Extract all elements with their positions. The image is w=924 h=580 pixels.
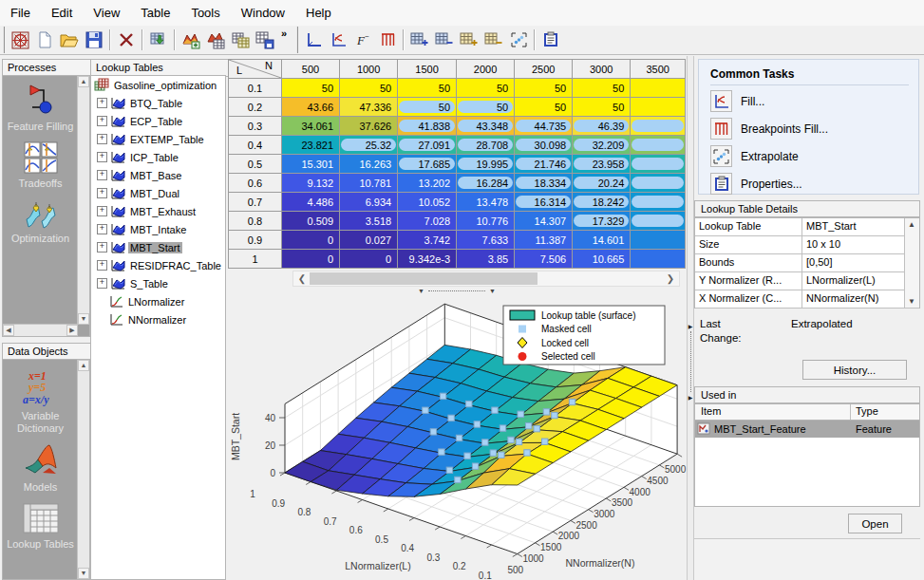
- processes-hscrollbar[interactable]: ◀ ▶: [3, 324, 78, 336]
- task-fill[interactable]: Fill...: [699, 87, 918, 115]
- table-cell[interactable]: 20.24: [573, 174, 631, 193]
- table-cell[interactable]: 50: [515, 79, 573, 98]
- table-cell[interactable]: 32.209: [573, 136, 631, 155]
- table-cell[interactable]: 30.098: [515, 136, 573, 155]
- row-header-0.2[interactable]: 0.2: [229, 98, 282, 117]
- table-cell[interactable]: 13.478: [457, 193, 515, 212]
- extrapolate-icon[interactable]: [710, 145, 732, 167]
- tree-item-mbt_base[interactable]: +MBT_Base: [91, 166, 225, 184]
- table-cell[interactable]: [631, 117, 686, 136]
- remove-row-button[interactable]: [433, 28, 456, 51]
- scroll-up-icon[interactable]: ▲: [78, 360, 89, 371]
- data-objects-vscrollbar[interactable]: ▲ ▼: [77, 360, 89, 579]
- expand-plus-icon[interactable]: +: [97, 224, 107, 234]
- remove-col-button[interactable]: [482, 28, 505, 51]
- tree-item-gasoline_optimization[interactable]: Gasoline_optimization: [91, 76, 225, 94]
- table-cell[interactable]: 10.781: [340, 174, 398, 193]
- row-header-0.1[interactable]: 0.1: [229, 79, 282, 98]
- tree-item-mbt_intake[interactable]: +MBT_Intake: [91, 220, 225, 238]
- breakpoints-fill-icon[interactable]: [710, 118, 732, 140]
- toolbar-overflow-chevrons[interactable]: »: [281, 28, 287, 39]
- table-cell[interactable]: 18.334: [515, 174, 573, 193]
- scroll-up-icon[interactable]: ▲: [78, 76, 89, 87]
- fill-icon[interactable]: [710, 90, 732, 112]
- table-cell[interactable]: 28.708: [457, 136, 515, 155]
- table-cell[interactable]: 43.66: [282, 98, 340, 117]
- processes_panel-item-feature-filling[interactable]: Feature Filling: [3, 84, 78, 133]
- history-button[interactable]: History...: [802, 360, 907, 380]
- col-header-2000[interactable]: 2000: [457, 60, 515, 79]
- fill-button[interactable]: [327, 28, 349, 51]
- tree-item-btq_table[interactable]: +BTQ_Table: [91, 94, 225, 112]
- horizontal-splitter[interactable]: ▼ ▼: [228, 288, 686, 294]
- table-cell[interactable]: 9.342e-3: [398, 250, 457, 269]
- properties-icon[interactable]: [710, 173, 732, 195]
- table-cell[interactable]: 16.284: [457, 174, 515, 193]
- add-col-button[interactable]: [458, 28, 481, 51]
- table-cell[interactable]: 4.486: [282, 193, 340, 212]
- menu-window[interactable]: Window: [231, 1, 295, 26]
- table-cell[interactable]: [631, 79, 686, 98]
- table-cell[interactable]: 7.028: [398, 212, 457, 231]
- new-file-button[interactable]: [33, 28, 56, 51]
- tree-item-mbt_exhaust[interactable]: +MBT_Exhaust: [91, 202, 225, 220]
- open-file-button[interactable]: [58, 28, 81, 51]
- property-row[interactable]: Bounds[0,50]: [695, 254, 919, 272]
- expand-plus-icon[interactable]: +: [97, 206, 107, 216]
- surface-plot[interactable]: 10.90.80.70.60.50.40.30.20.1500100015002…: [228, 294, 686, 580]
- table-cell[interactable]: 10.052: [398, 193, 457, 212]
- task-extrapolate[interactable]: Extrapolate: [699, 142, 918, 170]
- scroll-right-icon[interactable]: ▶: [66, 325, 78, 336]
- expand-plus-icon[interactable]: +: [97, 260, 107, 271]
- table-hscrollbar[interactable]: ❮ ❯: [292, 271, 680, 287]
- property-row[interactable]: Lookup TableMBT_Start: [695, 218, 919, 236]
- export-table-button[interactable]: [254, 28, 276, 51]
- table-cell[interactable]: 17.685: [398, 155, 457, 174]
- table-cell[interactable]: 27.091: [398, 136, 457, 155]
- menu-view[interactable]: View: [83, 1, 130, 26]
- table-cell[interactable]: 37.626: [340, 117, 398, 136]
- row-header-0.8[interactable]: 0.8: [229, 212, 282, 231]
- table-cell[interactable]: [631, 231, 686, 250]
- scroll-right-icon[interactable]: ❯: [663, 271, 678, 286]
- table-cell[interactable]: 9.132: [282, 174, 340, 193]
- used-in-row[interactable]: MBT_Start_Feature Feature: [694, 421, 920, 438]
- tree-item-ecp_table[interactable]: +ECP_Table: [91, 112, 225, 130]
- expand-plus-icon[interactable]: +: [97, 134, 107, 144]
- property-row[interactable]: Y Normalizer (R...LNormalizer(L): [695, 272, 919, 290]
- col-header-3000[interactable]: 3000: [573, 60, 631, 79]
- table-cell[interactable]: 43.348: [457, 117, 515, 136]
- menu-edit[interactable]: Edit: [41, 1, 83, 26]
- table-cell[interactable]: 50: [398, 79, 457, 98]
- table-cell[interactable]: 19.995: [457, 155, 515, 174]
- table-cell[interactable]: 50: [282, 79, 340, 98]
- function-fill-button[interactable]: F~: [351, 28, 374, 51]
- expand-plus-icon[interactable]: +: [97, 278, 107, 289]
- row-header-0.6[interactable]: 0.6: [229, 174, 282, 193]
- tree-item-mbt_dual[interactable]: +MBT_Dual: [91, 184, 225, 202]
- table-cell[interactable]: 50: [457, 79, 515, 98]
- table-cell[interactable]: [631, 212, 686, 231]
- menu-help[interactable]: Help: [295, 1, 342, 26]
- properties-button[interactable]: [539, 28, 562, 51]
- cage-project-button[interactable]: [9, 28, 31, 51]
- table-cell[interactable]: 0.509: [282, 212, 340, 231]
- extrapolate-button[interactable]: [507, 28, 530, 51]
- table-cell[interactable]: 41.838: [398, 117, 457, 136]
- table-cell[interactable]: 0.027: [340, 231, 398, 250]
- vertical-splitter[interactable]: ▶▶: [687, 56, 694, 580]
- processes_panel-item-tradeoffs[interactable]: Tradeoffs: [3, 141, 78, 190]
- table-cell[interactable]: [631, 250, 686, 269]
- table-cell[interactable]: 0: [282, 250, 340, 269]
- table-cell[interactable]: [631, 155, 686, 174]
- table-cell[interactable]: 46.39: [573, 117, 631, 136]
- add-row-button[interactable]: [408, 28, 431, 51]
- expand-plus-icon[interactable]: +: [97, 152, 107, 162]
- save-file-button[interactable]: [83, 28, 105, 51]
- table-cell[interactable]: 50: [340, 79, 398, 98]
- table-cell[interactable]: [631, 136, 686, 155]
- table-cell[interactable]: 44.735: [515, 117, 573, 136]
- expand-plus-icon[interactable]: +: [97, 116, 107, 126]
- table-cell[interactable]: 0: [282, 231, 340, 250]
- table-cell[interactable]: 23.958: [573, 155, 631, 174]
